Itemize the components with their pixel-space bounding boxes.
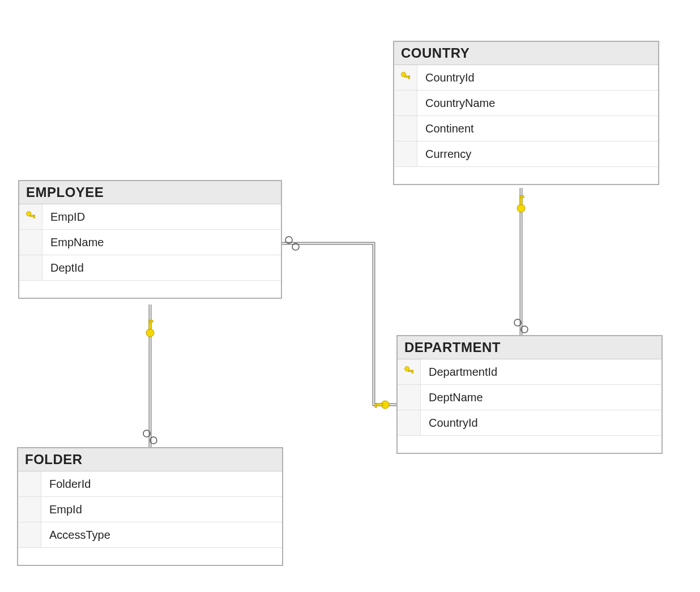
table-employee[interactable]: EMPLOYEE EmpID EmpName DeptId — [18, 180, 282, 299]
infinity-icon — [143, 430, 157, 444]
primary-key-icon — [25, 210, 36, 224]
svg-rect-17 — [408, 76, 410, 79]
table-row[interactable]: AccessType — [18, 522, 282, 548]
table-title[interactable]: DEPARTMENT — [398, 336, 661, 359]
column-name: DepartmentId — [421, 366, 505, 379]
column-name: EmpId — [41, 503, 90, 516]
table-title[interactable]: FOLDER — [18, 448, 282, 471]
table-row[interactable]: DeptId — [19, 255, 281, 281]
column-name: AccessType — [41, 529, 118, 542]
svg-point-9 — [521, 326, 528, 333]
table-department[interactable]: DEPARTMENT DepartmentId DeptName Country… — [396, 335, 663, 454]
svg-rect-12 — [149, 320, 153, 322]
table-row[interactable]: CountryId — [398, 410, 661, 436]
column-name: CountryName — [417, 97, 503, 110]
svg-rect-20 — [33, 215, 35, 218]
column-name: Currency — [417, 148, 479, 161]
table-row[interactable]: DepartmentId — [398, 359, 661, 385]
table-row[interactable]: EmpId — [18, 497, 282, 522]
table-row[interactable]: CountryId — [394, 65, 658, 91]
table-row[interactable]: Continent — [394, 116, 658, 141]
svg-point-8 — [514, 319, 521, 326]
table-folder[interactable]: FOLDER FolderId EmpId AccessType — [17, 447, 283, 566]
table-row[interactable]: Currency — [394, 141, 658, 167]
svg-point-5 — [517, 204, 525, 212]
column-name: CountryId — [417, 71, 483, 84]
table-title[interactable]: EMPLOYEE — [19, 181, 281, 204]
svg-rect-11 — [149, 320, 151, 329]
column-name: DeptId — [42, 261, 92, 274]
svg-rect-4 — [375, 404, 377, 407]
column-name: Continent — [417, 122, 482, 135]
svg-rect-3 — [375, 404, 383, 406]
svg-point-1 — [292, 243, 299, 250]
svg-rect-6 — [520, 196, 522, 205]
svg-point-14 — [150, 437, 157, 444]
table-row[interactable]: EmpName — [19, 230, 281, 255]
svg-point-10 — [146, 329, 154, 337]
svg-rect-7 — [520, 196, 524, 198]
svg-point-0 — [285, 237, 292, 243]
primary-key-icon — [403, 365, 415, 379]
infinity-icon — [285, 237, 299, 250]
column-name: EmpName — [42, 236, 112, 249]
svg-point-13 — [143, 430, 150, 437]
primary-key-icon — [400, 71, 411, 85]
svg-point-2 — [381, 401, 389, 409]
column-name: FolderId — [41, 478, 99, 491]
column-name: EmpID — [42, 211, 93, 224]
table-country[interactable]: COUNTRY CountryId CountryName Continent … — [393, 41, 659, 185]
table-row[interactable]: CountryName — [394, 91, 658, 116]
table-title[interactable]: COUNTRY — [394, 42, 658, 65]
column-name: DeptName — [421, 391, 491, 404]
table-row[interactable]: EmpID — [19, 204, 281, 230]
infinity-icon — [514, 319, 528, 333]
table-row[interactable]: FolderId — [18, 471, 282, 497]
key-end-icon — [517, 196, 525, 212]
svg-rect-23 — [412, 370, 413, 373]
key-end-icon — [375, 401, 389, 409]
table-row[interactable]: DeptName — [398, 385, 661, 410]
column-name: CountryId — [421, 417, 486, 430]
key-end-icon — [146, 320, 154, 337]
